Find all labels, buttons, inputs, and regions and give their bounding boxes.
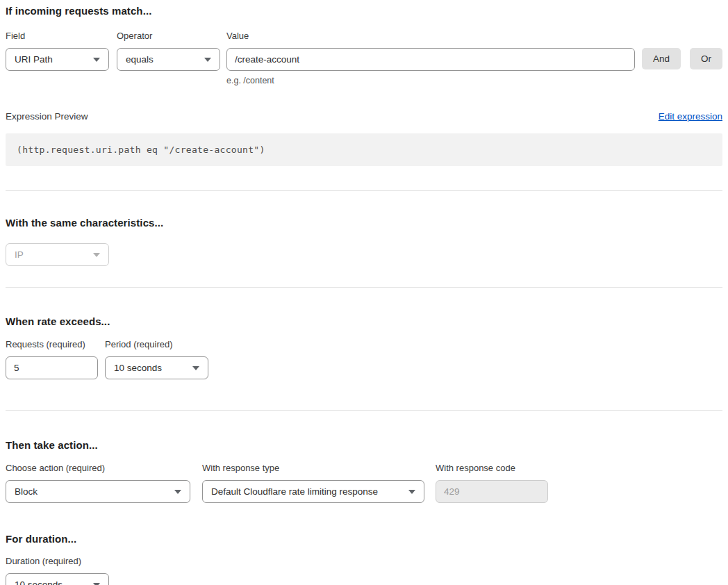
- period-select-value: 10 seconds: [114, 363, 162, 373]
- and-button[interactable]: And: [642, 48, 681, 69]
- section-divider: [6, 287, 722, 288]
- period-label: Period (required): [105, 339, 208, 349]
- section-divider: [6, 410, 722, 411]
- duration-label: Duration (required): [6, 556, 722, 566]
- match-heading: If incoming requests match...: [6, 5, 722, 17]
- characteristics-heading: With the same characteristics...: [6, 217, 722, 229]
- response-code-label: With response code: [436, 463, 548, 473]
- value-label: Value: [226, 31, 635, 41]
- chevron-down-icon: [93, 583, 100, 585]
- section-divider: [6, 190, 722, 191]
- edit-expression-link[interactable]: Edit expression: [659, 111, 722, 122]
- field-select[interactable]: URI Path: [6, 48, 109, 71]
- requests-group: Requests (required): [6, 339, 98, 379]
- action-section: Then take action... Choose action (requi…: [6, 439, 722, 503]
- requests-input[interactable]: [6, 356, 98, 379]
- value-helper-text: e.g. /content: [226, 76, 635, 85]
- rate-section: When rate exceeds... Requests (required)…: [6, 315, 722, 379]
- choose-action-label: Choose action (required): [6, 463, 190, 473]
- duration-select-value: 10 seconds: [15, 579, 63, 585]
- chevron-down-icon: [174, 490, 181, 494]
- characteristics-section: With the same characteristics... IP: [6, 217, 722, 266]
- duration-heading: For duration...: [6, 533, 722, 545]
- field-select-value: URI Path: [15, 54, 53, 65]
- expression-preview-section: Expression Preview Edit expression (http…: [6, 111, 722, 166]
- response-code-input: [436, 480, 548, 503]
- choose-action-group: Choose action (required) Block: [6, 463, 190, 503]
- duration-select[interactable]: 10 seconds: [6, 573, 109, 585]
- match-section: If incoming requests match... Field URI …: [6, 5, 722, 85]
- chevron-down-icon: [192, 366, 199, 370]
- rate-controls-row: Requests (required) Period (required) 10…: [6, 339, 722, 379]
- characteristics-select-value: IP: [15, 249, 24, 260]
- response-type-select-value: Default Cloudflare rate limiting respons…: [211, 486, 378, 497]
- period-select[interactable]: 10 seconds: [105, 356, 208, 379]
- field-label: Field: [6, 31, 109, 41]
- duration-section: For duration... Duration (required) 10 s…: [6, 533, 722, 585]
- response-type-select[interactable]: Default Cloudflare rate limiting respons…: [202, 480, 424, 503]
- value-group: Value e.g. /content: [226, 31, 635, 85]
- operator-label: Operator: [117, 31, 220, 41]
- response-code-group: With response code: [436, 463, 548, 503]
- expression-preview-header: Expression Preview Edit expression: [6, 111, 722, 122]
- field-group: Field URI Path: [6, 31, 109, 71]
- operator-select[interactable]: equals: [117, 48, 220, 71]
- expression-preview-label: Expression Preview: [6, 111, 88, 122]
- action-controls-row: Choose action (required) Block With resp…: [6, 463, 722, 503]
- response-type-group: With response type Default Cloudflare ra…: [202, 463, 424, 503]
- chevron-down-icon: [204, 58, 211, 62]
- period-group: Period (required) 10 seconds: [105, 339, 208, 379]
- choose-action-select[interactable]: Block: [6, 480, 190, 503]
- value-input[interactable]: [226, 48, 635, 71]
- requests-label: Requests (required): [6, 339, 105, 349]
- rate-heading: When rate exceeds...: [6, 315, 722, 327]
- or-button[interactable]: Or: [690, 48, 722, 69]
- chevron-down-icon: [408, 490, 415, 494]
- chevron-down-icon: [93, 58, 100, 62]
- action-heading: Then take action...: [6, 439, 722, 451]
- match-controls-row: Field URI Path Operator equals Value e.g…: [6, 31, 722, 85]
- chevron-down-icon: [93, 253, 100, 257]
- operator-group: Operator equals: [117, 31, 220, 71]
- characteristics-select[interactable]: IP: [6, 243, 109, 266]
- expression-code-block: (http.request.uri.path eq "/create-accou…: [6, 133, 722, 166]
- choose-action-select-value: Block: [15, 486, 38, 497]
- response-type-label: With response type: [202, 463, 424, 473]
- operator-select-value: equals: [126, 54, 154, 65]
